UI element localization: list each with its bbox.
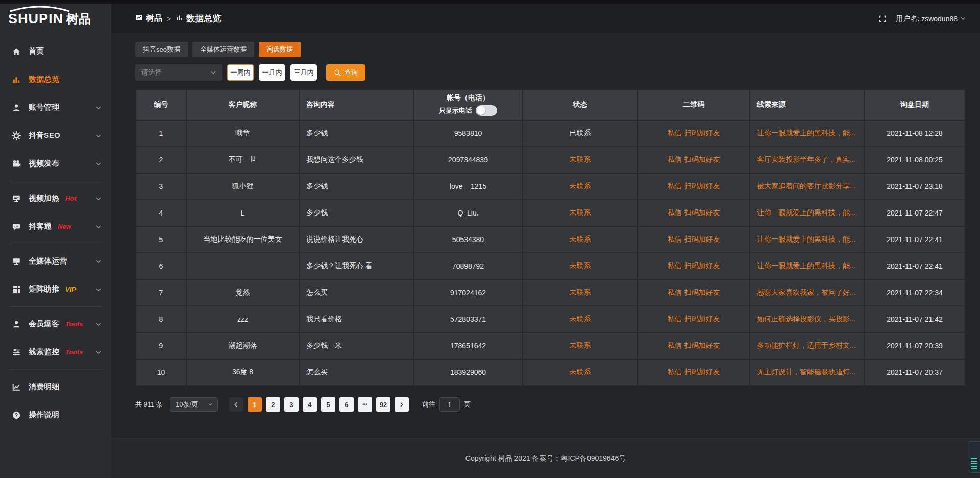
- top-strip: [0, 0, 980, 4]
- page-button-92[interactable]: 92: [376, 397, 390, 412]
- qr-action-link[interactable]: 私信: [668, 235, 682, 244]
- qr-action-link[interactable]: 扫码加好友: [684, 155, 720, 164]
- table-row: 6多少钱？让我死心 看70898792未联系私信扫码加好友让你一眼就爱上的黑科技…: [136, 253, 965, 279]
- user-menu[interactable]: 用户名: zswodun88: [896, 14, 967, 23]
- qr-action-link[interactable]: 扫码加好友: [684, 341, 720, 350]
- source-link[interactable]: 如何正确选择投影仪，买投影...: [757, 315, 856, 323]
- column-header: 询盘日期: [864, 89, 965, 120]
- chevron-down-icon: [207, 401, 213, 408]
- source-link[interactable]: 客厅安装投影半年多了，真实...: [757, 155, 856, 163]
- page-size-select[interactable]: 10条/页: [170, 397, 218, 412]
- table-row: 3狐小狸多少钱love__1215未联系私信扫码加好友被大家追着问的客厅投影分享…: [136, 173, 965, 200]
- qr-action-link[interactable]: 扫码加好友: [684, 288, 720, 297]
- monitor-chart-icon: [135, 14, 143, 21]
- cell-content: 怎么买: [299, 359, 413, 386]
- qr-action-link[interactable]: 扫码加好友: [684, 368, 720, 377]
- sidebar-item-douketong[interactable]: 抖客通New: [0, 212, 111, 241]
- sidebar-item-lead-monitor[interactable]: 线索监控Tools: [0, 338, 111, 366]
- sidebar-item-douyin-seo[interactable]: 抖音SEO: [0, 122, 111, 150]
- range-week-button[interactable]: 一周内: [227, 64, 254, 81]
- sidebar-item-expense-detail[interactable]: 消费明细: [0, 373, 111, 401]
- page-ellipsis-button[interactable]: •••: [358, 397, 372, 412]
- qr-action-link[interactable]: 私信: [668, 261, 682, 271]
- source-link[interactable]: 让你一眼就爱上的黑科技，能...: [757, 208, 856, 217]
- sidebar-item-matrix-boost[interactable]: 矩阵助推VIP: [0, 275, 111, 303]
- goto-page-input[interactable]: [439, 397, 460, 412]
- filter-select[interactable]: 请选择: [135, 64, 222, 81]
- source-link[interactable]: 让你一眼就爱上的黑科技，能...: [757, 129, 856, 137]
- qr-action-link[interactable]: 私信: [668, 208, 682, 218]
- cell-content: 说说价格让我死心: [299, 226, 413, 253]
- chevron-left-icon: [233, 401, 239, 408]
- range-month-button[interactable]: 一月内: [259, 64, 285, 81]
- sidebar-item-home[interactable]: 首页: [0, 37, 111, 65]
- logo-arc: [7, 6, 72, 12]
- sidebar-item-label: 视频加热: [29, 194, 59, 203]
- copyright-text: Copyright 树品 2021 备案号：粤ICP备09019646号: [465, 454, 626, 463]
- qr-action-link[interactable]: 私信: [668, 341, 682, 350]
- qr-action-link[interactable]: 私信: [668, 288, 682, 297]
- qr-action-link[interactable]: 私信: [668, 315, 682, 324]
- qr-action-link[interactable]: 扫码加好友: [684, 235, 720, 244]
- source-link[interactable]: 无主灯设计，智能磁吸轨道灯...: [757, 368, 856, 376]
- cell-qrcode: 私信扫码加好友: [638, 147, 750, 173]
- table-row: 4L多少钱Q_Liu.未联系私信扫码加好友让你一眼就爱上的黑科技，能...202…: [136, 200, 965, 226]
- sidebar-item-instructions[interactable]: ?操作说明: [0, 401, 111, 429]
- qr-action-link[interactable]: 扫码加好友: [684, 315, 720, 324]
- cell-nickname: 觉然: [186, 279, 299, 306]
- qr-action-link[interactable]: 扫码加好友: [684, 182, 720, 191]
- help-icon: ?: [11, 410, 21, 420]
- screen-icon: [12, 194, 21, 203]
- sidebar-item-media-operation[interactable]: 全媒体运营: [0, 247, 111, 275]
- page-button-5[interactable]: 5: [321, 397, 335, 412]
- range-quarter-button[interactable]: 三月内: [290, 64, 317, 81]
- source-link[interactable]: 被大家追着问的客厅投影分享...: [757, 182, 856, 190]
- sidebar-item-label: 视频发布: [29, 159, 59, 169]
- monitor-icon: [12, 257, 21, 266]
- source-link[interactable]: 让你一眼就爱上的黑科技，能...: [757, 261, 856, 270]
- qr-action-link[interactable]: 扫码加好友: [684, 261, 720, 271]
- qr-action-link[interactable]: 私信: [668, 368, 682, 377]
- source-link[interactable]: 让你一眼就爱上的黑科技，能...: [757, 235, 856, 243]
- next-page-button[interactable]: [395, 397, 409, 412]
- video-camera-icon: [11, 159, 21, 169]
- phone-only-toggle[interactable]: [476, 105, 497, 116]
- sidebar-item-data-overview[interactable]: 数据总览: [0, 65, 111, 93]
- source-link[interactable]: 感谢大家喜欢我家，被问了好...: [757, 288, 856, 296]
- page-button-1[interactable]: 1: [248, 397, 262, 412]
- qr-action-link[interactable]: 扫码加好友: [684, 208, 720, 218]
- search-icon: [334, 69, 341, 77]
- fullscreen-icon[interactable]: [878, 15, 887, 23]
- qr-action-link[interactable]: 私信: [668, 155, 682, 164]
- sidebar-item-label: 首页: [29, 46, 44, 56]
- chevron-down-icon: [960, 15, 966, 22]
- page-button-3[interactable]: 3: [284, 397, 299, 412]
- sidebar-item-member-tools[interactable]: 会员爆客Tools: [0, 310, 111, 338]
- sidebar-item-video-publish[interactable]: 视频发布: [0, 150, 111, 178]
- page-button-6[interactable]: 6: [339, 397, 354, 412]
- cell-qrcode: 私信扫码加好友: [638, 306, 750, 332]
- tab-inquiry-data[interactable]: 询盘数据: [259, 42, 301, 57]
- bar-chart-icon: [176, 14, 183, 23]
- tab-douyin-seo-data[interactable]: 抖音seo数据: [135, 42, 188, 57]
- table-header-row: 编号客户昵称咨询内容帐号（电话）只显示电话状态二维码线索来源询盘日期: [136, 89, 965, 120]
- prev-page-button[interactable]: [229, 397, 243, 412]
- sidebar-item-account-management[interactable]: 账号管理: [0, 93, 111, 122]
- column-header: 编号: [136, 89, 186, 120]
- page-button-2[interactable]: 2: [266, 397, 280, 412]
- cell-content: 多少钱: [299, 173, 413, 200]
- cell-status: 未联系: [523, 279, 638, 306]
- tab-media-operation-data[interactable]: 全媒体运营数据: [192, 42, 254, 57]
- qr-action-link[interactable]: 扫码加好友: [684, 129, 720, 138]
- source-link[interactable]: 多功能护栏灯，适用于乡村文...: [757, 341, 856, 349]
- cell-source: 如何正确选择投影仪，买投影...: [750, 306, 864, 332]
- chevron-right-icon: [398, 401, 405, 408]
- cell-status: 未联系: [523, 306, 638, 332]
- sidebar-item-video-boost[interactable]: 视频加热Hot: [0, 184, 111, 212]
- qr-action-link[interactable]: 私信: [668, 182, 682, 191]
- query-button[interactable]: 查询: [326, 64, 365, 81]
- floating-widget[interactable]: [968, 441, 980, 473]
- qr-action-link[interactable]: 私信: [668, 129, 682, 138]
- page-button-4[interactable]: 4: [303, 397, 317, 412]
- breadcrumb-home[interactable]: 树品: [135, 13, 162, 24]
